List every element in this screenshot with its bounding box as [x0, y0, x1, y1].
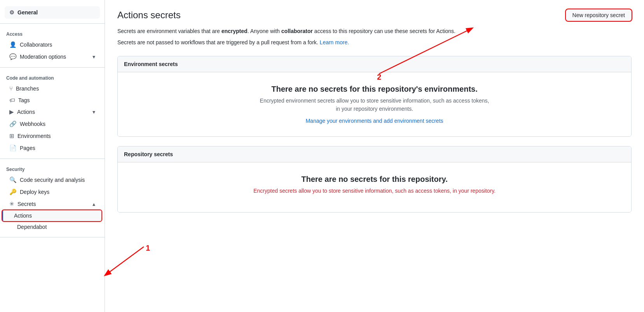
- chevron-up-icon: ▴: [92, 201, 95, 207]
- sidebar-item-branches[interactable]: ⑂ Branches: [3, 83, 101, 94]
- page-title: Actions secrets: [117, 10, 181, 21]
- description-encrypted: Secrets are environment variables that a…: [117, 27, 632, 35]
- env-secrets-body: There are no secrets for this repository…: [118, 72, 631, 136]
- sidebar-general-label: General: [17, 9, 38, 16]
- chevron-down-icon-2: ▾: [92, 109, 95, 115]
- sidebar-item-code-security[interactable]: 🔍 Code security and analysis: [3, 174, 101, 186]
- moderation-icon: 💬: [9, 53, 17, 60]
- repository-secrets-card: Repository secrets There are no secrets …: [117, 146, 632, 213]
- sidebar-general[interactable]: ⚙ General: [5, 6, 100, 19]
- chevron-down-icon: ▾: [92, 54, 95, 60]
- sidebar-sub-item-actions[interactable]: Actions: [2, 210, 101, 221]
- page-header: Actions secrets New repository secret: [117, 9, 632, 21]
- sidebar-divider-1: [0, 23, 105, 24]
- sidebar-actions-label: Actions: [17, 109, 35, 115]
- sidebar-secrets-label: Secrets: [17, 201, 36, 207]
- secrets-icon: ✳: [9, 200, 14, 207]
- sidebar-item-environments[interactable]: ⊞ Environments: [3, 130, 101, 142]
- sidebar-section-access: Access: [0, 28, 105, 38]
- sidebar-moderation-label: Moderation options: [20, 54, 66, 60]
- main-content: Actions secrets New repository secret Se…: [105, 0, 644, 312]
- sidebar-section-security: Security: [0, 164, 105, 174]
- learn-more-link[interactable]: Learn more.: [320, 39, 349, 45]
- sidebar-divider-3: [0, 159, 105, 159]
- new-repository-secret-button[interactable]: New repository secret: [566, 9, 632, 21]
- env-empty-desc: Encrypted environment secrets allow you …: [258, 97, 491, 113]
- sidebar-divider-2: [0, 67, 105, 68]
- repo-secrets-body: There are no secrets for this repository…: [118, 162, 631, 212]
- person-icon: 👤: [9, 41, 17, 48]
- sidebar-secrets-dependabot-label: Dependabot: [17, 224, 47, 230]
- sidebar-pages-label: Pages: [20, 145, 35, 151]
- branches-icon: ⑂: [9, 85, 13, 92]
- sidebar-divider-4: [0, 237, 105, 237]
- sidebar-webhooks-label: Webhooks: [20, 121, 45, 127]
- sidebar-item-moderation[interactable]: 💬 Moderation options ▾: [3, 51, 101, 63]
- sidebar-tags-label: Tags: [18, 97, 30, 103]
- environment-secrets-card: Environment secrets There are no secrets…: [117, 56, 632, 137]
- repo-secrets-header: Repository secrets: [118, 146, 631, 162]
- sidebar: ⚙ General Access 👤 Collaborators 💬 Moder…: [0, 0, 105, 312]
- environments-icon: ⊞: [9, 132, 14, 139]
- env-manage-link[interactable]: Manage your environments and add environ…: [305, 118, 443, 124]
- actions-icon: ▶: [9, 108, 14, 115]
- webhooks-icon: 🔗: [9, 120, 17, 127]
- sidebar-item-deploy-keys[interactable]: 🔑 Deploy keys: [3, 186, 101, 198]
- sidebar-item-webhooks[interactable]: 🔗 Webhooks: [3, 118, 101, 130]
- repo-empty-desc: Encrypted secrets allow you to store sen…: [124, 187, 625, 195]
- encrypted-text: encrypted: [222, 28, 248, 34]
- sidebar-item-secrets[interactable]: ✳ Secrets ▴: [3, 198, 101, 210]
- env-empty-title: There are no secrets for this repository…: [124, 85, 625, 94]
- key-icon: 🔑: [9, 188, 17, 195]
- sidebar-deploy-keys-label: Deploy keys: [20, 189, 49, 195]
- sidebar-item-collaborators[interactable]: 👤 Collaborators: [3, 39, 101, 51]
- sidebar-sub-item-dependabot[interactable]: Dependabot: [3, 221, 101, 232]
- gear-icon: ⚙: [9, 9, 14, 16]
- sidebar-collaborators-label: Collaborators: [20, 42, 52, 48]
- sidebar-code-security-label: Code security and analysis: [20, 177, 85, 183]
- sidebar-secrets-actions-label: Actions: [14, 213, 32, 219]
- collaborator-text: collaborator: [281, 28, 313, 34]
- sidebar-item-actions[interactable]: ▶ Actions ▾: [3, 106, 101, 118]
- sidebar-item-tags[interactable]: 🏷 Tags: [3, 94, 101, 106]
- sidebar-branches-label: Branches: [16, 85, 39, 92]
- env-secrets-header: Environment secrets: [118, 56, 631, 72]
- shield-icon: 🔍: [9, 176, 17, 183]
- sidebar-item-pages[interactable]: 📄 Pages: [3, 142, 101, 154]
- sidebar-environments-label: Environments: [17, 133, 51, 139]
- repo-empty-title: There are no secrets for this repository…: [124, 175, 625, 184]
- description-note: Secrets are not passed to workflows that…: [117, 38, 632, 47]
- sidebar-section-code: Code and automation: [0, 72, 105, 82]
- pages-icon: 📄: [9, 145, 17, 152]
- tag-icon: 🏷: [9, 97, 15, 103]
